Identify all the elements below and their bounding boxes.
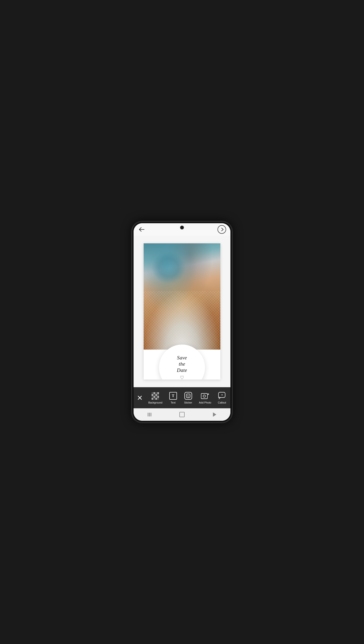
nav-bar xyxy=(134,408,230,421)
top-bar xyxy=(134,223,230,236)
svg-point-11 xyxy=(222,394,222,395)
callout-label: Callout xyxy=(218,401,226,404)
text-icon: T xyxy=(169,392,178,400)
toolbar-item-background[interactable]: Background xyxy=(146,390,164,405)
callout-icon xyxy=(218,392,226,400)
heart-symbol: ♡ xyxy=(180,375,184,380)
svg-rect-3 xyxy=(186,394,190,398)
toolbar: Background T Text xyxy=(134,387,230,408)
background-label: Background xyxy=(148,401,162,404)
add-photo-icon xyxy=(201,392,209,400)
toolbar-item-sticker[interactable]: Sticker xyxy=(182,390,194,405)
add-photo-label: Add Photo xyxy=(199,401,211,404)
toolbar-items: Background T Text xyxy=(145,390,230,405)
close-button[interactable] xyxy=(134,392,145,403)
screen: Save the Date ♡ xyxy=(134,223,230,421)
next-button[interactable] xyxy=(218,225,226,234)
svg-point-5 xyxy=(188,395,189,396)
nav-home-button[interactable] xyxy=(179,412,185,417)
svg-line-12 xyxy=(219,398,220,399)
toolbar-item-callout[interactable]: Callout xyxy=(216,390,228,405)
sticker-icon xyxy=(184,392,192,400)
toolbar-item-add-photo[interactable]: Add Photo xyxy=(197,390,213,405)
nav-back-button[interactable] xyxy=(213,412,216,417)
phone: Save the Date ♡ xyxy=(132,221,232,423)
wedding-photo xyxy=(144,243,220,350)
camera-notch xyxy=(180,226,184,230)
text-label: Text xyxy=(171,401,176,404)
nav-recents-button[interactable] xyxy=(148,413,151,416)
canvas-area: Save the Date ♡ xyxy=(134,236,230,387)
save-date-circle: Save the Date ♡ xyxy=(159,344,205,380)
svg-point-4 xyxy=(187,395,188,396)
svg-point-7 xyxy=(203,395,206,397)
toolbar-item-text[interactable]: T Text xyxy=(167,390,179,405)
dress-overlay xyxy=(144,291,220,350)
photo-background xyxy=(144,243,220,350)
background-icon xyxy=(151,392,160,400)
sticker-label: Sticker xyxy=(184,401,192,404)
back-button[interactable] xyxy=(138,226,146,233)
card[interactable]: Save the Date ♡ xyxy=(144,243,220,380)
svg-rect-6 xyxy=(201,394,208,399)
save-date-text: Save the Date xyxy=(177,354,187,374)
